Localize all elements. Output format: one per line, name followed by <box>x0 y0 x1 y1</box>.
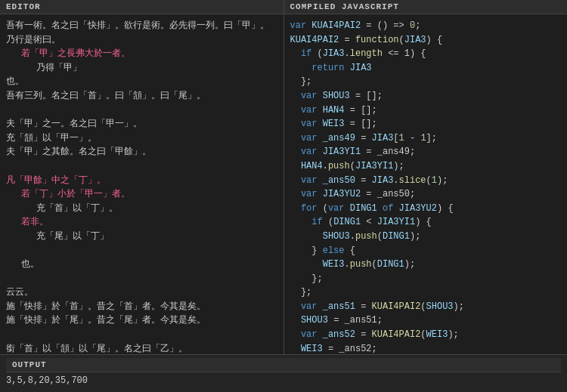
editor-line-7: 夫「甲」之一。名之曰「甲一」。 <box>6 117 277 131</box>
editor-line-12: 若「丁」小於「甲一」者。 <box>6 187 277 202</box>
editor-line-3: 乃得「甲」 <box>6 61 277 76</box>
js-line-12: var _ans50 = JIA3.slice(1); <box>290 174 562 188</box>
js-line-21: var _ans51 = KUAI4PAI2(SHOU3); <box>290 300 562 314</box>
editor-line-5: 吾有三列。名之曰「首」。曰「頷」。曰「尾」。 <box>6 89 277 103</box>
js-line-17: } else { <box>290 244 562 258</box>
editor-content[interactable]: 吾有一術。名之曰「快排」。欲行是術。必先得一列。曰「甲」。乃行是術曰。 若「甲」… <box>0 14 284 354</box>
js-content[interactable]: var KUAI4PAI2 = () => 0; KUAI4PAI2 = fun… <box>284 14 568 354</box>
js-line-8: var WEI3 = []; <box>290 117 562 131</box>
js-line-9: var _ans49 = JIA3[1 - 1]; <box>290 131 562 146</box>
js-line-20: }; <box>290 286 562 300</box>
editor-line-16 <box>6 244 277 258</box>
js-line-19: }; <box>290 272 562 286</box>
editor-line-22 <box>6 328 277 342</box>
editor-line-15: 充「尾」以「丁」 <box>6 230 277 244</box>
output-panel: OUTPUT 3,5,8,20,35,700 <box>0 354 567 392</box>
main-container: EDITOR 吾有一術。名之曰「快排」。欲行是術。必先得一列。曰「甲」。乃行是術… <box>0 0 567 392</box>
js-line-10: var JIA3YI1 = _ans49; <box>290 145 562 159</box>
editor-line-10 <box>6 159 277 174</box>
editor-line-1: 吾有一術。名之曰「快排」。欲行是術。必先得一列。曰「甲」。乃行是術曰。 <box>6 19 277 47</box>
editor-panel: EDITOR 吾有一術。名之曰「快排」。欲行是術。必先得一列。曰「甲」。乃行是術… <box>0 0 284 354</box>
editor-line-8: 充「頷」以「甲一」。 <box>6 131 277 146</box>
js-line-5: }; <box>290 75 562 89</box>
js-line-11: HAN4.push(JIA3YI1); <box>290 159 562 174</box>
js-line-14: for (var DING1 of JIA3YU2) { <box>290 202 562 216</box>
editor-line-4: 也。 <box>6 75 277 89</box>
js-header: COMPILED JAVASCRIPT <box>284 0 568 14</box>
editor-line-17: 也。 <box>6 258 277 272</box>
top-panels: EDITOR 吾有一術。名之曰「快排」。欲行是術。必先得一列。曰「甲」。乃行是術… <box>0 0 567 354</box>
js-line-18: WEI3.push(DING1); <box>290 258 562 272</box>
js-panel: COMPILED JAVASCRIPT var KUAI4PAI2 = () =… <box>284 0 568 354</box>
output-value: 3,5,8,20,35,700 <box>6 372 561 389</box>
js-line-6: var SHOU3 = []; <box>290 89 562 103</box>
js-line-15: if (DING1 < JIA3YI1) { <box>290 215 562 230</box>
editor-line-14: 若非。 <box>6 215 277 230</box>
js-line-4: return JIA3 <box>290 61 562 76</box>
js-line-13: var JIA3YU2 = _ans50; <box>290 187 562 202</box>
js-line-24: WEI3 = _ans52; <box>290 342 562 354</box>
js-line-3: if (JIA3.length <= 1) { <box>290 47 562 61</box>
editor-line-23: 銜「首」以「頷」以「尾」。名之曰「乙」。 <box>6 342 277 354</box>
editor-line-21: 施「快排」於「尾」。昔之「尾」者。今其是矣。 <box>6 313 277 328</box>
js-line-16: SHOU3.push(DING1); <box>290 230 562 244</box>
output-header: OUTPUT <box>6 358 561 372</box>
editor-line-19: 云云。 <box>6 286 277 300</box>
js-line-1: var KUAI4PAI2 = () => 0; <box>290 19 562 33</box>
editor-line-20: 施「快排」於「首」。昔之「首」者。今其是矣。 <box>6 300 277 314</box>
editor-line-9: 夫「甲」之其餘。名之曰「甲餘」。 <box>6 145 277 159</box>
js-line-7: var HAN4 = []; <box>290 103 562 118</box>
editor-header: EDITOR <box>0 0 284 14</box>
js-line-2: KUAI4PAI2 = function(JIA3) { <box>290 33 562 48</box>
js-line-22: SHOU3 = _ans51; <box>290 313 562 328</box>
js-line-23: var _ans52 = KUAI4PAI2(WEI3); <box>290 328 562 342</box>
editor-line-11: 凡「甲餘」中之「丁」。 <box>6 174 277 188</box>
editor-line-13: 充「首」以「丁」。 <box>6 202 277 216</box>
editor-line-18 <box>6 272 277 286</box>
editor-line-6 <box>6 103 277 118</box>
editor-line-2: 若「甲」之長弗大於一者。 <box>6 47 277 61</box>
